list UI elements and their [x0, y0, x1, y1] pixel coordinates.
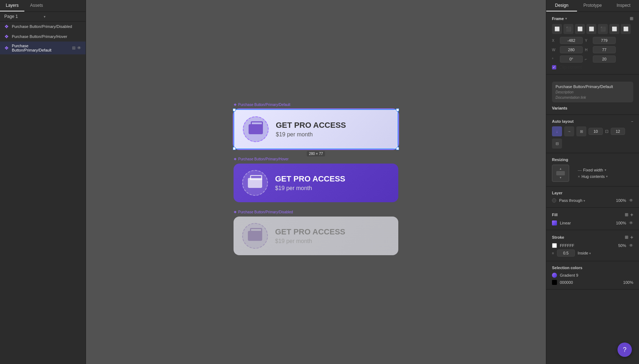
x-label: X	[552, 39, 558, 43]
card-hover-wrapper: ❖ Purchase Button/Primary/Hover GET PRO …	[234, 164, 398, 202]
fill-color-swatch[interactable]	[552, 220, 557, 225]
spacing-input[interactable]	[588, 128, 603, 135]
chevron-down-icon: ▾	[606, 175, 608, 178]
layer-opacity[interactable]: 100%	[616, 198, 626, 203]
align-center-h-button[interactable]: ⬛	[563, 24, 573, 34]
layout-align-button[interactable]: ⊟	[552, 139, 562, 149]
hug-contents-option[interactable]: × Hug contents ▾	[578, 174, 608, 179]
tab-design[interactable]: Design	[546, 0, 577, 11]
corner-input[interactable]	[593, 55, 616, 63]
card-hover-text: GET PRO ACCESS $19 per month	[275, 174, 345, 191]
layer-item-disabled[interactable]: ❖ Purchase Button/Primary/Disabled	[0, 21, 86, 31]
clip-checkbox[interactable]: ✓	[552, 65, 556, 69]
frame-section: Frame ▾ ⊞ ⬜ ⬛ ⬜ ⬜ ⬛ ⬜ ⬜ X Y W H	[546, 12, 639, 74]
tab-assets[interactable]: Assets	[24, 0, 49, 11]
align-right-button[interactable]: ⬜	[575, 24, 585, 34]
resize-icon[interactable]: ⊞	[630, 16, 633, 21]
tab-layers[interactable]: Layers	[0, 0, 24, 11]
page-selector-label: Page 1	[4, 14, 42, 19]
align-bottom-button[interactable]: ⬜	[609, 24, 619, 34]
w-input[interactable]	[560, 46, 583, 53]
card-disabled[interactable]: GET PRO ACCESS $19 per month	[234, 217, 398, 255]
layout-vertical-button[interactable]: ↓	[552, 126, 562, 136]
w-label: W	[552, 48, 558, 52]
resize-visual: ▲ ▼	[552, 165, 569, 182]
card-disabled-wrapper: ❖ Purchase Button/Primary/Disabled GET P…	[234, 217, 398, 255]
visibility-icon[interactable]: 👁	[77, 45, 81, 50]
card-hover[interactable]: GET PRO ACCESS $19 per month	[234, 164, 398, 202]
stroke-color-swatch[interactable]	[552, 243, 557, 248]
visibility-icon[interactable]: 👁	[629, 198, 633, 203]
tab-prototype[interactable]: Prototype	[577, 0, 608, 11]
card-default-icon	[243, 116, 269, 142]
fill-title: Fill	[552, 213, 558, 217]
minus-icon[interactable]: −	[631, 120, 633, 123]
stroke-visibility-icon[interactable]: 👁	[629, 243, 633, 248]
grid-icon[interactable]: ⊞	[625, 212, 628, 217]
card-default[interactable]: GET PRO ACCESS $19 per month	[234, 109, 398, 149]
component-info-box: Purchase Button/Primary/Default Descript…	[552, 82, 633, 102]
chevron-down-icon: ▼	[559, 176, 562, 179]
layer-item-default[interactable]: ❖ Purchase Button/Primary/Default ⊞ 👁	[0, 42, 86, 54]
card-default-price: $19 per month	[276, 131, 346, 138]
chevron-down-icon: ▾	[605, 168, 606, 172]
page-selector[interactable]: Page 1 ▾	[0, 12, 86, 21]
h-input[interactable]	[593, 46, 616, 53]
layer-item-hover[interactable]: ❖ Purchase Button/Primary/Hover	[0, 31, 86, 42]
add-fill-button[interactable]: +	[630, 212, 633, 218]
card-default-selection[interactable]: GET PRO ACCESS $19 per month	[234, 109, 398, 149]
wallet-icon	[249, 124, 263, 134]
x-input[interactable]	[560, 37, 583, 44]
grid-icon[interactable]: ⊞	[625, 235, 628, 240]
layer-mode-label[interactable]: Pass through ▾	[559, 198, 613, 203]
fill-type-label: Linear	[560, 221, 613, 225]
stroke-opacity[interactable]: 50%	[618, 243, 626, 248]
card-size-badge: 280 × 77	[307, 151, 325, 156]
y-input[interactable]	[593, 37, 616, 44]
selection-colors-header: Selection colors	[552, 266, 633, 270]
component-doc[interactable]: Documentation link	[556, 96, 630, 100]
rotation-label: °	[552, 57, 558, 61]
card-default-title: GET PRO ACCESS	[276, 121, 346, 130]
rotation-input[interactable]	[560, 55, 583, 63]
chevron-down-icon: ▾	[589, 252, 591, 255]
fill-header: Fill ⊞ +	[552, 212, 633, 218]
layout-wrap-button[interactable]: ⊞	[576, 126, 586, 136]
wallet-icon-disabled	[248, 231, 262, 241]
align-top-button[interactable]: ⬜	[586, 24, 596, 34]
resize-visual-inner: ▲ ▼	[556, 167, 565, 179]
stroke-add-controls: ⊞ +	[625, 234, 633, 240]
stroke-weight-icon: ≡	[552, 251, 554, 255]
layout-horizontal-button[interactable]: →	[564, 126, 574, 136]
diamond-icon: ❖	[234, 103, 237, 107]
chevron-down-icon: ▾	[44, 15, 82, 19]
layer-icons: ⊞ 👁	[72, 45, 81, 50]
handle-br[interactable]	[396, 147, 399, 150]
handle-tl[interactable]	[233, 108, 236, 111]
layer-title: Layer	[552, 191, 562, 195]
component-name: Purchase Button/Primary/Default	[556, 84, 630, 89]
align-left-button[interactable]: ⬜	[552, 24, 562, 34]
dash-icon: —	[578, 168, 582, 172]
card-disabled-icon	[242, 223, 268, 249]
handle-bl[interactable]	[233, 147, 236, 150]
align-middle-button[interactable]: ⬛	[598, 24, 608, 34]
fill-visibility-icon[interactable]: 👁	[629, 220, 633, 225]
stroke-header: Stroke ⊞ +	[552, 234, 633, 240]
gradient9-swatch[interactable]	[552, 273, 557, 278]
chevron-down-icon: ▾	[565, 17, 567, 20]
padding-input[interactable]	[611, 128, 625, 135]
fill-opacity[interactable]: 100%	[616, 221, 626, 225]
stroke-position-label[interactable]: Inside ▾	[578, 251, 633, 255]
gradient9-label: Gradient 9	[560, 273, 633, 277]
handle-tr[interactable]	[396, 108, 399, 111]
component-desc[interactable]: Description	[556, 90, 630, 94]
add-stroke-button[interactable]: +	[630, 234, 633, 240]
help-button[interactable]: ?	[618, 343, 632, 357]
stroke-width-input[interactable]	[557, 249, 575, 257]
distribute-h-button[interactable]: ⬜	[621, 24, 631, 34]
black-swatch[interactable]	[552, 280, 557, 285]
fixed-width-option[interactable]: — Fixed width ▾	[578, 168, 608, 172]
layer-mode-icon	[552, 198, 556, 203]
tab-inspect[interactable]: Inspect	[608, 0, 639, 11]
